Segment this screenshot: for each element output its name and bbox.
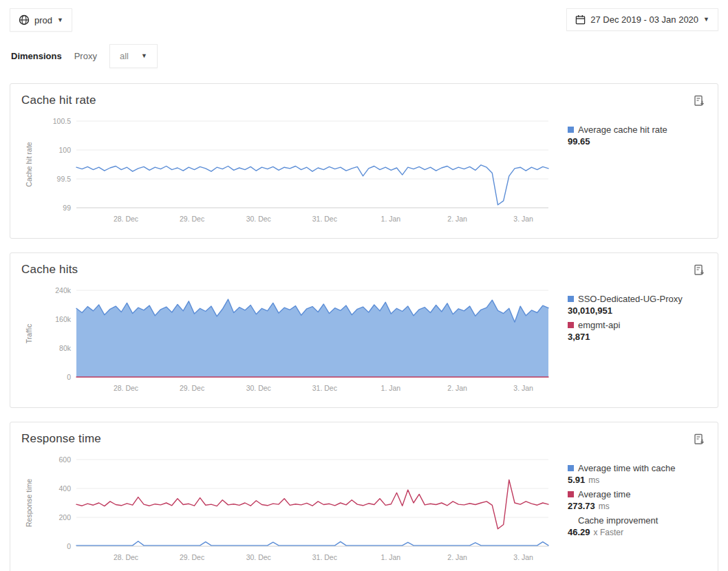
legend-item: SSO-Dedicated-UG-Proxy 30,010,951 — [568, 293, 707, 317]
svg-text:80k: 80k — [59, 344, 72, 352]
export-report-icon[interactable] — [692, 263, 707, 281]
card-cache-hit-rate: Cache hit rate 9999.5100100.528. Dec29. … — [10, 83, 718, 239]
svg-text:240k: 240k — [55, 286, 72, 294]
svg-text:99.5: 99.5 — [57, 175, 72, 183]
chevron-down-icon: ▼ — [57, 17, 63, 23]
legend-suffix: ms — [588, 475, 599, 485]
filters-row: Dimensions Proxy all ▼ — [10, 44, 718, 68]
legend-value: 273.73 — [568, 501, 595, 511]
legend-value: 99.65 — [568, 136, 590, 147]
svg-text:100.5: 100.5 — [53, 117, 71, 125]
legend-value: 5.91 — [568, 475, 585, 485]
svg-text:0: 0 — [67, 542, 71, 550]
legend-value: 46.29 — [568, 527, 590, 537]
svg-text:28. Dec: 28. Dec — [114, 384, 138, 392]
top-bar: prod ▼ 27 Dec 2019 - 03 Jan 2020 ▼ — [10, 8, 718, 32]
svg-text:99: 99 — [63, 204, 71, 212]
legend-value: 3,871 — [568, 332, 590, 342]
svg-text:31. Dec: 31. Dec — [312, 384, 337, 392]
legend-label: emgmt-api — [578, 319, 620, 331]
legend-item: Average time with cache 5.91ms — [568, 462, 707, 486]
svg-text:1. Jan: 1. Jan — [381, 215, 401, 223]
svg-text:2. Jan: 2. Jan — [447, 553, 467, 561]
chevron-down-icon: ▼ — [703, 17, 709, 23]
proxy-filter-select[interactable]: all ▼ — [109, 44, 158, 68]
svg-text:600: 600 — [58, 455, 71, 464]
environment-label: prod — [34, 15, 52, 25]
dimensions-label: Dimensions — [11, 51, 62, 61]
legend-item: Average time 273.73ms — [568, 488, 707, 513]
svg-text:3. Jan: 3. Jan — [513, 384, 533, 392]
date-range-picker[interactable]: 27 Dec 2019 - 03 Jan 2020 ▼ — [566, 8, 718, 31]
legend-label: SSO-Dedicated-UG-Proxy — [578, 293, 683, 305]
globe-icon — [19, 14, 30, 25]
svg-text:Traffic: Traffic — [25, 324, 33, 344]
cache-hits-chart: 080k160k240k28. Dec29. Dec30. Dec31. Dec… — [21, 285, 553, 396]
svg-text:30. Dec: 30. Dec — [246, 384, 271, 392]
svg-text:100: 100 — [58, 146, 71, 154]
response-time-legend: Average time with cache 5.91ms Average t… — [553, 454, 707, 541]
date-range-label: 27 Dec 2019 - 03 Jan 2020 — [590, 14, 698, 25]
environment-selector[interactable]: prod ▼ — [10, 8, 72, 32]
legend-suffix: ms — [599, 502, 610, 511]
proxy-label: Proxy — [74, 51, 97, 61]
legend-label: Average cache hit rate — [578, 124, 667, 136]
legend-item: Average cache hit rate 99.65 — [568, 124, 707, 148]
svg-text:30. Dec: 30. Dec — [246, 553, 271, 561]
cache-hit-rate-chart: 9999.5100100.528. Dec29. Dec30. Dec31. D… — [21, 116, 553, 227]
card-title: Cache hits — [21, 263, 78, 277]
legend-swatch — [568, 465, 574, 471]
cache-hit-rate-legend: Average cache hit rate 99.65 — [553, 116, 707, 150]
svg-text:Response time: Response time — [25, 479, 33, 527]
legend-swatch — [568, 296, 574, 302]
svg-text:400: 400 — [58, 484, 71, 493]
svg-text:0: 0 — [67, 373, 71, 381]
svg-text:3. Jan: 3. Jan — [513, 553, 533, 561]
legend-swatch — [568, 127, 574, 133]
svg-text:31. Dec: 31. Dec — [312, 215, 337, 223]
legend-swatch — [568, 322, 574, 328]
svg-text:29. Dec: 29. Dec — [180, 384, 204, 392]
svg-text:Cache hit rate: Cache hit rate — [25, 142, 33, 187]
chevron-down-icon: ▼ — [141, 53, 147, 59]
svg-text:28. Dec: 28. Dec — [114, 553, 138, 561]
response-time-chart: 020040060028. Dec29. Dec30. Dec31. Dec1.… — [21, 454, 553, 565]
calendar-icon — [575, 14, 586, 25]
svg-text:1. Jan: 1. Jan — [381, 384, 401, 392]
svg-text:200: 200 — [58, 513, 71, 521]
legend-item: emgmt-api 3,871 — [568, 319, 707, 343]
legend-label: Average time with cache — [578, 462, 675, 474]
proxy-filter-value: all — [120, 51, 129, 61]
legend-suffix: x Faster — [594, 528, 623, 537]
cache-hits-legend: SSO-Dedicated-UG-Proxy 30,010,951 emgmt-… — [553, 285, 707, 345]
svg-text:2. Jan: 2. Jan — [447, 384, 467, 392]
analytics-dashboard: prod ▼ 27 Dec 2019 - 03 Jan 2020 ▼ Dimen… — [0, 0, 728, 571]
svg-text:1. Jan: 1. Jan — [381, 553, 401, 561]
svg-text:30. Dec: 30. Dec — [246, 215, 271, 223]
legend-label: Cache improvement — [578, 515, 658, 526]
svg-text:160k: 160k — [55, 315, 72, 323]
svg-text:2. Jan: 2. Jan — [447, 215, 467, 223]
svg-text:31. Dec: 31. Dec — [312, 553, 337, 561]
svg-text:28. Dec: 28. Dec — [114, 215, 138, 223]
card-title: Response time — [21, 432, 101, 446]
svg-text:3. Jan: 3. Jan — [513, 215, 533, 223]
export-report-icon[interactable] — [692, 432, 707, 450]
legend-swatch — [568, 491, 574, 497]
legend-value: 30,010,951 — [568, 305, 612, 316]
svg-text:29. Dec: 29. Dec — [180, 553, 204, 561]
card-title: Cache hit rate — [21, 94, 96, 107]
export-report-icon[interactable] — [692, 94, 707, 111]
card-cache-hits: Cache hits 080k160k240k28. Dec29. Dec30.… — [10, 252, 718, 408]
svg-text:29. Dec: 29. Dec — [180, 215, 204, 223]
card-response-time: Response time 020040060028. Dec29. Dec30… — [10, 422, 718, 571]
legend-item: Cache improvement 46.29x Faster — [568, 515, 707, 539]
legend-label: Average time — [578, 488, 630, 500]
